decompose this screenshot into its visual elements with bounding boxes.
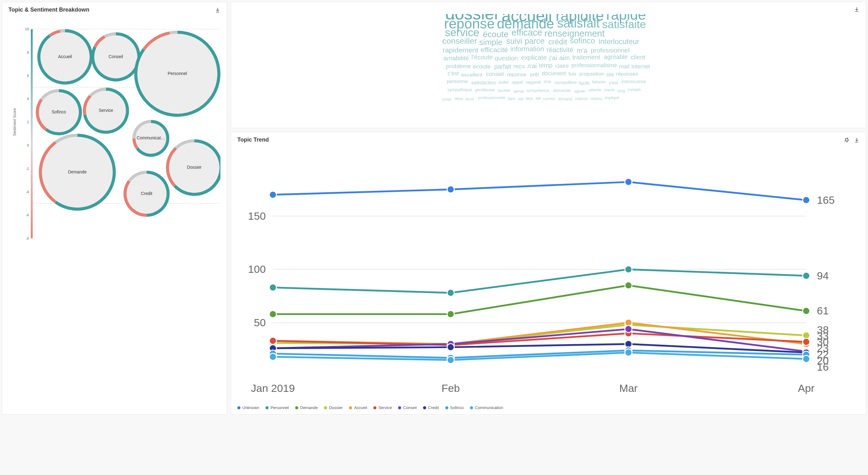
legend-item[interactable]: Communication <box>470 405 503 410</box>
topic-bubble[interactable]: Accueil <box>37 29 93 84</box>
cloud-word[interactable]: prise <box>442 97 451 101</box>
trend-point[interactable] <box>803 355 810 362</box>
cloud-word[interactable]: rapidement <box>443 46 478 54</box>
trend-point[interactable] <box>803 339 810 346</box>
cloud-word[interactable]: internet <box>631 63 650 70</box>
cloud-word[interactable]: j'ai <box>549 54 557 61</box>
trend-point[interactable] <box>447 311 454 318</box>
legend-item[interactable]: Demande <box>295 405 318 410</box>
cloud-word[interactable]: mail <box>619 63 629 70</box>
cloud-word[interactable]: avoir <box>466 97 475 101</box>
cloud-word[interactable]: demand <box>558 97 572 101</box>
cloud-word[interactable]: faire <box>508 97 516 101</box>
cloud-word[interactable]: crédit <box>548 37 567 46</box>
cloud-word[interactable]: compétence <box>526 88 549 93</box>
cloud-word[interactable]: satisfaite <box>602 18 646 31</box>
cloud-word[interactable]: proposition <box>579 71 604 76</box>
trend-point[interactable] <box>625 266 632 273</box>
cloud-word[interactable]: site <box>606 71 614 77</box>
cloud-word[interactable]: ecoute <box>473 63 491 70</box>
cloud-word[interactable]: professionnelle <box>478 95 505 100</box>
trend-point[interactable] <box>625 179 632 186</box>
cloud-word[interactable]: simple <box>479 38 502 46</box>
cloud-word[interactable]: fois <box>568 71 576 76</box>
trend-point[interactable] <box>269 284 276 291</box>
trend-line[interactable] <box>273 344 806 352</box>
cloud-word[interactable]: besoin <box>592 80 606 84</box>
cloud-word[interactable]: excellent <box>461 71 483 78</box>
cloud-word[interactable]: suite <box>498 80 508 85</box>
trend-point[interactable] <box>447 186 454 193</box>
cloud-word[interactable]: agréable <box>604 54 628 60</box>
cloud-word[interactable]: m'a <box>544 79 551 84</box>
trend-point[interactable] <box>269 337 276 344</box>
cloud-word[interactable]: jamai <box>514 89 524 93</box>
cloud-word[interactable]: professionnel <box>591 46 629 54</box>
cloud-word[interactable]: facilité <box>498 88 510 93</box>
download-icon[interactable] <box>854 137 860 143</box>
cloud-word[interactable]: personne <box>447 78 468 84</box>
cloud-word[interactable]: demandé <box>553 88 570 93</box>
download-icon[interactable] <box>215 7 220 13</box>
trend-point[interactable] <box>269 311 276 318</box>
cloud-word[interactable]: délai <box>455 96 463 101</box>
cloud-word[interactable]: amabilité <box>443 55 469 62</box>
cloud-word[interactable]: obtenu <box>590 97 602 101</box>
cloud-word[interactable]: sofinco <box>570 36 595 45</box>
legend-item[interactable]: Personnel <box>266 405 289 410</box>
cloud-word[interactable]: relance <box>575 97 588 101</box>
cloud-word[interactable]: interlocuteur <box>598 37 639 45</box>
trend-point[interactable] <box>625 326 632 333</box>
cloud-word[interactable]: expliqué <box>605 96 619 100</box>
cloud-word[interactable]: question <box>495 55 518 62</box>
cloud-word[interactable]: long <box>617 89 625 93</box>
trend-point[interactable] <box>447 344 454 351</box>
cloud-word[interactable]: satisfaction <box>471 80 496 85</box>
trend-line[interactable] <box>273 270 806 293</box>
topic-bubble[interactable]: Personnel <box>134 31 220 117</box>
trend-point[interactable] <box>269 353 276 360</box>
legend-item[interactable]: Service <box>373 405 392 410</box>
legend-item[interactable]: Credit <box>423 405 439 410</box>
legend-item[interactable]: Sofinco <box>445 405 464 410</box>
topic-bubble[interactable]: Communicat… <box>132 120 169 157</box>
trend-point[interactable] <box>625 282 632 289</box>
legend-item[interactable]: Accueil <box>349 405 367 410</box>
cloud-word[interactable]: m'a <box>577 47 588 54</box>
cloud-word[interactable]: client <box>631 54 645 61</box>
cloud-word[interactable]: gentillesse <box>475 88 495 92</box>
cloud-word[interactable]: suivi <box>506 37 522 45</box>
cloud-word[interactable]: traitement <box>572 54 600 61</box>
trend-point[interactable] <box>803 272 810 279</box>
legend-item[interactable]: Conseil <box>398 405 416 410</box>
trend-point[interactable] <box>625 349 632 356</box>
trend-point[interactable] <box>447 356 454 364</box>
word-cloud[interactable]: dossieraccueilrapiditérapideréponsedeman… <box>237 14 860 123</box>
download-icon[interactable] <box>854 6 860 12</box>
cloud-word[interactable]: clarté <box>604 88 614 92</box>
cloud-word[interactable]: compte <box>627 87 641 92</box>
trend-point[interactable] <box>803 196 810 204</box>
cloud-word[interactable]: sympathique <box>447 87 472 92</box>
cloud-word[interactable]: réponses <box>616 71 638 77</box>
cloud-word[interactable]: attente <box>588 88 601 92</box>
legend-item[interactable]: Unknown <box>237 405 259 410</box>
trend-point[interactable] <box>269 191 276 198</box>
cloud-word[interactable]: efficace <box>512 28 542 37</box>
topic-bubble[interactable]: Demande <box>39 134 116 211</box>
cloud-word[interactable]: appel <box>512 80 523 85</box>
cloud-word[interactable]: reponse <box>507 71 526 77</box>
trend-line[interactable] <box>273 182 806 200</box>
cloud-word[interactable]: taux <box>526 96 533 101</box>
legend-item[interactable]: Dossier <box>324 405 343 410</box>
cloud-word[interactable]: problème <box>446 63 471 69</box>
cloud-word[interactable]: agree <box>574 89 585 93</box>
cloud-word[interactable]: information <box>510 45 544 53</box>
pin-icon[interactable] <box>844 137 849 143</box>
bubble-chart[interactable]: 1086420-2-4-6-8AccueilConseilPersonnelSo… <box>24 15 220 253</box>
cloud-word[interactable]: interlocutrice <box>621 79 646 84</box>
topic-bubble[interactable]: Service <box>83 88 129 134</box>
cloud-word[interactable]: c'est <box>447 70 459 76</box>
cloud-word[interactable]: réactivité <box>547 46 573 54</box>
cloud-word[interactable]: s'est <box>609 80 618 85</box>
